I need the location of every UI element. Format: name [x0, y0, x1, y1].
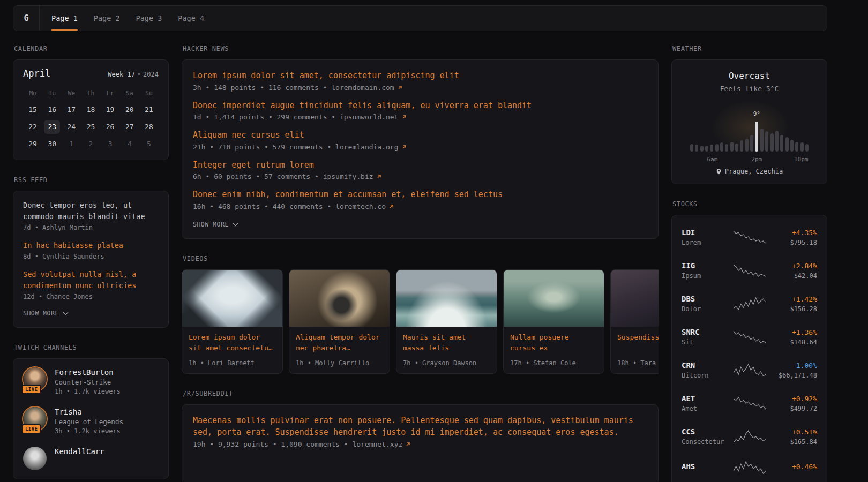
- stock-sparkline: [732, 461, 767, 475]
- weather-axis: 6am2pm10pm: [690, 152, 809, 161]
- weather-bar: [695, 145, 698, 152]
- stock-change: -1.00%: [772, 362, 818, 370]
- rss-show-more-button[interactable]: SHOW MORE: [23, 310, 69, 317]
- stock-row[interactable]: AHS +0.46%: [682, 453, 817, 482]
- weather-axis-label: 2pm: [751, 156, 762, 163]
- calendar-separator: •: [137, 71, 141, 78]
- rss-section: RSS FEED Donec tempor eros leo, ut commo…: [13, 176, 169, 328]
- weather-feels-like: Feels like 5°C: [680, 85, 818, 93]
- calendar-day-names: MoTuWeThFrSaSu: [23, 87, 159, 99]
- rss-widget: Donec tempor eros leo, ut commodo mauris…: [13, 191, 169, 328]
- twitch-channel-row[interactable]: KendallCarr: [23, 447, 159, 470]
- weather-location: Prague, Czechia: [725, 168, 783, 175]
- stock-sparkline: [732, 297, 767, 311]
- stock-row[interactable]: IIG Ipsum +2.84% $42.04: [682, 254, 817, 287]
- calendar-day-name: Tu: [42, 87, 62, 99]
- rss-item-title[interactable]: Sed volutpat nulla nisl, a condimentum n…: [23, 269, 159, 291]
- stock-name: Lorem: [682, 239, 727, 246]
- right-column: WEATHER Overcast Feels like 5°C 9° 6am2p…: [671, 45, 827, 482]
- calendar-day: 28: [141, 120, 157, 134]
- stock-row[interactable]: CCS Consectetur +0.51% $165.84: [682, 420, 817, 453]
- calendar-day: 18: [83, 103, 99, 117]
- stock-change: +2.84%: [772, 262, 818, 270]
- rss-item: Donec tempor eros leo, ut commodo mauris…: [23, 200, 159, 231]
- calendar-day-name: Mo: [23, 87, 42, 99]
- hn-item-title[interactable]: Lorem ipsum dolor sit amet, consectetur …: [193, 70, 647, 82]
- hn-item-title[interactable]: Aliquam nec cursus elit: [193, 129, 647, 141]
- video-meta: 18h • Tara: [617, 359, 659, 367]
- twitch-widget: LIVE ForrestBurton Counter-Strike 1h • 1…: [13, 358, 169, 479]
- rss-section-title: RSS FEED: [14, 176, 168, 184]
- stock-change: +0.51%: [772, 428, 818, 436]
- weather-bar: [735, 144, 738, 152]
- video-title[interactable]: Aliquam tempor dolor nec pharetra…: [296, 332, 383, 353]
- rss-item-meta: 7d • Ashlyn Martin: [23, 224, 159, 231]
- channel-meta: 3h • 1.2k viewers: [55, 427, 123, 435]
- twitch-section-title: TWITCH CHANNELS: [14, 344, 168, 351]
- stock-row[interactable]: CRN Bitcorn -1.00% $66,171.48: [682, 353, 817, 387]
- stock-name: Consectetur: [682, 438, 727, 446]
- calendar-day: 26: [102, 120, 118, 134]
- external-link-icon[interactable]: [388, 204, 394, 209]
- calendar-day-name: Sa: [120, 87, 139, 99]
- chevron-down-icon: [63, 310, 69, 317]
- twitch-channel-row[interactable]: LIVE ForrestBurton Counter-Strike 1h • 1…: [23, 367, 159, 395]
- video-thumbnail[interactable]: [611, 270, 659, 327]
- channel-category: League of Legends: [55, 418, 123, 426]
- tab-page-1[interactable]: Page 1: [51, 6, 78, 31]
- rss-item-title[interactable]: Donec tempor eros leo, ut commodo mauris…: [23, 200, 159, 222]
- hn-show-more-label: SHOW MORE: [193, 221, 229, 228]
- hn-item-title[interactable]: Integer eget rutrum lorem: [193, 159, 647, 171]
- video-thumbnail[interactable]: [504, 270, 604, 327]
- video-thumbnail[interactable]: [396, 270, 497, 327]
- stock-symbol: DBS: [682, 295, 727, 303]
- stock-row[interactable]: SNRC Sit +1.36% $148.64: [682, 320, 817, 353]
- weather-bar: [800, 142, 804, 152]
- tab-page-3[interactable]: Page 3: [136, 6, 162, 31]
- avatar: LIVE: [23, 407, 47, 431]
- hn-item-title[interactable]: Donec imperdiet augue tincidunt felis al…: [193, 100, 647, 112]
- stock-row[interactable]: AET Amet +0.92% $499.72: [682, 387, 817, 420]
- stock-row[interactable]: LDI Lorem +4.35% $795.18: [682, 221, 817, 254]
- calendar-grid: 1516171819202122232425262728293012345: [23, 103, 159, 151]
- stock-row[interactable]: DBS Dolor +1.42% $156.28: [682, 287, 817, 320]
- external-link-icon[interactable]: [397, 85, 403, 91]
- external-link-icon[interactable]: [401, 144, 407, 150]
- external-link-icon[interactable]: [401, 114, 407, 120]
- weather-bar: [785, 137, 789, 152]
- stocks-widget: LDI Lorem +4.35% $795.18 IIG Ipsum: [671, 215, 827, 482]
- video-title[interactable]: Mauris sit amet massa felis: [403, 332, 490, 353]
- hn-item: Lorem ipsum dolor sit amet, consectetur …: [193, 70, 647, 92]
- video-card: Suspendisse diam 18h • Tara: [610, 269, 659, 374]
- location-pin-icon: [716, 168, 722, 175]
- tab-page-2[interactable]: Page 2: [94, 6, 120, 31]
- subreddit-item-title[interactable]: Maecenas mollis pulvinar erat non posuer…: [193, 415, 647, 439]
- rss-item-title[interactable]: In hac habitasse platea: [23, 240, 159, 251]
- video-title[interactable]: Nullam posuere cursus ex: [510, 332, 597, 353]
- tab-page-4[interactable]: Page 4: [178, 6, 204, 31]
- video-title[interactable]: Lorem ipsum dolor sit amet consectetu…: [189, 332, 276, 353]
- calendar-week-year: Week 17•2024: [108, 71, 159, 78]
- channel-meta: 1h • 1.7k viewers: [55, 388, 121, 395]
- calendar-day: 15: [25, 103, 41, 117]
- video-thumbnail[interactable]: [289, 270, 390, 327]
- hn-item-meta: 6h • 60 points • 57 comments • ipsumify.…: [193, 172, 647, 180]
- calendar-day: 22: [25, 120, 41, 134]
- twitch-channel-row[interactable]: LIVE Trisha League of Legends 3h • 1.2k …: [23, 407, 159, 435]
- external-link-icon[interactable]: [405, 441, 411, 447]
- video-meta: 1h • Molly Carrillo: [296, 359, 383, 367]
- hn-show-more-button[interactable]: SHOW MORE: [193, 221, 238, 228]
- stock-symbol: IIG: [682, 261, 727, 270]
- hackernews-section-title: HACKER NEWS: [183, 45, 657, 52]
- hn-item-title[interactable]: Donec enim nibh, condimentum et accumsan…: [193, 189, 647, 201]
- weather-section: WEATHER Overcast Feels like 5°C 9° 6am2p…: [671, 45, 827, 184]
- weather-bar: [715, 144, 719, 152]
- video-card: Lorem ipsum dolor sit amet consectetu… 1…: [182, 269, 283, 374]
- video-thumbnail[interactable]: [182, 270, 282, 327]
- calendar-month: April: [23, 68, 50, 79]
- video-title[interactable]: Suspendisse diam: [617, 332, 659, 353]
- stock-name: Amet: [682, 405, 727, 412]
- external-link-icon[interactable]: [376, 174, 382, 179]
- calendar-day: 1: [63, 137, 79, 151]
- calendar-section-title: CALENDAR: [14, 45, 168, 52]
